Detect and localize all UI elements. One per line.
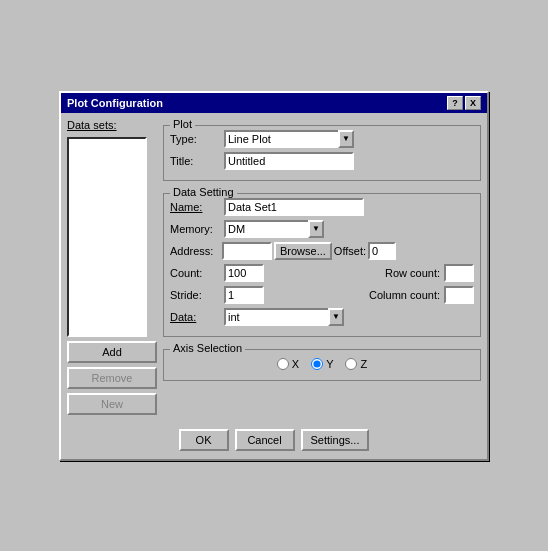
data-row: Data: int float double uint ▼ [170, 308, 474, 326]
address-label: Address: [170, 245, 220, 257]
stride-input[interactable] [224, 286, 264, 304]
type-select[interactable]: Line Plot [224, 130, 354, 148]
count-input[interactable] [224, 264, 264, 282]
row-count-input[interactable] [444, 264, 474, 282]
name-input[interactable] [224, 198, 364, 216]
left-panel: Data sets: Add Remove New [67, 119, 157, 415]
memory-select[interactable]: DM [224, 220, 324, 238]
left-buttons: Add Remove New [67, 341, 157, 415]
title-input[interactable] [224, 152, 354, 170]
radio-x[interactable] [277, 358, 289, 370]
name-label: Name: [170, 201, 220, 213]
data-setting-group: Data Setting Name: Memory: DM ▼ Addre [163, 193, 481, 337]
row-count-label: Row count: [385, 267, 440, 279]
title-label: Title: [170, 155, 220, 167]
radio-y[interactable] [311, 358, 323, 370]
type-row: Type: Line Plot ▼ [170, 130, 474, 148]
memory-row: Memory: DM ▼ [170, 220, 474, 238]
axis-group-legend: Axis Selection [170, 342, 245, 354]
plot-group-legend: Plot [170, 118, 195, 130]
close-button[interactable]: X [465, 96, 481, 110]
column-count-label: Column count: [369, 289, 440, 301]
right-panel: Plot Type: Line Plot ▼ Title: [163, 119, 481, 415]
column-count-input[interactable] [444, 286, 474, 304]
radio-z-label: Z [360, 358, 367, 370]
add-button[interactable]: Add [67, 341, 157, 363]
title-bar: Plot Configuration ? X [61, 93, 487, 113]
memory-select-wrapper: DM ▼ [224, 220, 324, 238]
plot-group: Plot Type: Line Plot ▼ Title: [163, 125, 481, 181]
axis-group: Axis Selection X Y Z [163, 349, 481, 381]
remove-button[interactable]: Remove [67, 367, 157, 389]
axis-row: X Y Z [170, 354, 474, 374]
address-row: Address: Browse... Offset: [170, 242, 474, 260]
type-select-wrapper: Line Plot ▼ [224, 130, 354, 148]
radio-y-group: Y [311, 358, 333, 370]
radio-z[interactable] [345, 358, 357, 370]
dialog-title: Plot Configuration [67, 97, 163, 109]
count-row: Count: Row count: [170, 264, 474, 282]
radio-x-label: X [292, 358, 299, 370]
stride-label: Stride: [170, 289, 220, 301]
memory-label: Memory: [170, 223, 220, 235]
radio-x-group: X [277, 358, 299, 370]
datasets-list[interactable] [67, 137, 147, 337]
name-row: Name: [170, 198, 474, 216]
plot-configuration-dialog: Plot Configuration ? X Data sets: Add Re… [59, 91, 489, 461]
help-button[interactable]: ? [447, 96, 463, 110]
offset-label: Offset: [334, 245, 366, 257]
data-select-wrapper: int float double uint ▼ [224, 308, 344, 326]
datasets-label: Data sets: [67, 119, 157, 131]
stride-row: Stride: Column count: [170, 286, 474, 304]
bottom-buttons: OK Cancel Settings... [61, 423, 487, 459]
title-row: Title: [170, 152, 474, 170]
new-button[interactable]: New [67, 393, 157, 415]
count-label: Count: [170, 267, 220, 279]
radio-z-group: Z [345, 358, 367, 370]
radio-y-label: Y [326, 358, 333, 370]
offset-input[interactable] [368, 242, 396, 260]
data-setting-legend: Data Setting [170, 186, 237, 198]
data-label: Data: [170, 311, 220, 323]
address-input[interactable] [222, 242, 272, 260]
cancel-button[interactable]: Cancel [235, 429, 295, 451]
ok-button[interactable]: OK [179, 429, 229, 451]
data-select[interactable]: int float double uint [224, 308, 344, 326]
settings-button[interactable]: Settings... [301, 429, 370, 451]
browse-button[interactable]: Browse... [274, 242, 332, 260]
type-label: Type: [170, 133, 220, 145]
title-bar-buttons: ? X [447, 96, 481, 110]
